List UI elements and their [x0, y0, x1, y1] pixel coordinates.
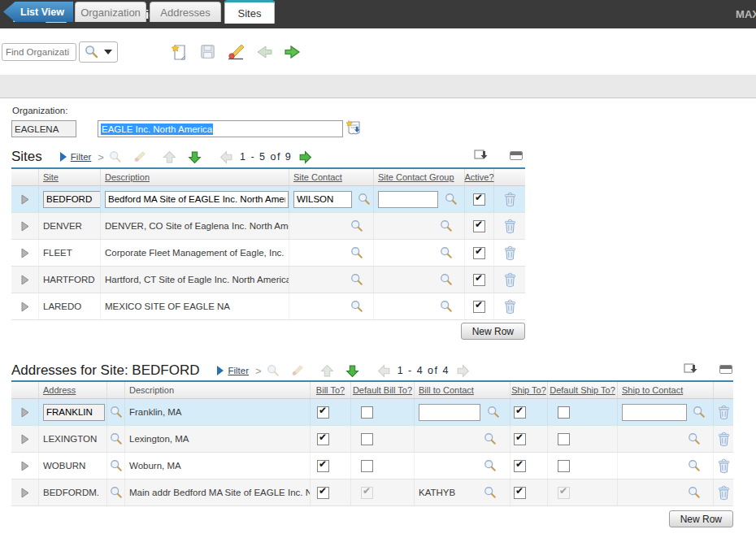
previous-record-button[interactable] [254, 41, 275, 63]
col-address[interactable]: Address [43, 385, 76, 395]
ship-to-contact-lookup-icon[interactable] [688, 486, 701, 499]
delete-row-icon[interactable] [503, 192, 517, 207]
addresses-download-icon[interactable] [684, 362, 698, 375]
bill-to-checkbox[interactable] [317, 406, 329, 419]
col-bill-to-contact[interactable]: Bill to Contact [419, 385, 474, 395]
address-lookup-icon[interactable] [110, 406, 123, 419]
site-contact-group-lookup-icon[interactable] [440, 300, 453, 313]
addresses-filter-link[interactable]: Filter [217, 366, 249, 375]
table-row[interactable]: LAREDO MEXICO SITE OF EAGLE NA [11, 293, 525, 320]
bill-to-contact-lookup-icon[interactable] [484, 486, 497, 499]
expand-row-icon[interactable] [21, 461, 29, 471]
default-ship-to-checkbox[interactable] [558, 433, 570, 445]
site-contact-group-lookup-icon[interactable] [440, 219, 453, 232]
col-default-bill-to[interactable]: Default Bill To? [353, 385, 412, 395]
save-button[interactable] [197, 41, 218, 63]
delete-row-icon[interactable] [717, 432, 731, 447]
site-contact-input[interactable] [293, 191, 352, 208]
table-row[interactable]: FLEET Corporate Fleet Management of Eagl… [11, 240, 525, 267]
previous-row-icon-disabled[interactable] [163, 150, 176, 164]
active-checkbox[interactable] [473, 220, 485, 232]
col-active[interactable]: Active? [464, 172, 493, 182]
active-checkbox[interactable] [473, 247, 485, 259]
delete-row-icon[interactable] [717, 458, 731, 474]
site-contact-lookup-icon[interactable] [358, 193, 371, 206]
bill-to-contact-lookup-icon[interactable] [484, 432, 497, 445]
active-checkbox[interactable] [473, 274, 485, 286]
address-lookup-icon[interactable] [110, 459, 123, 472]
site-contact-lookup-icon[interactable] [350, 246, 363, 259]
ship-to-checkbox[interactable] [514, 460, 526, 472]
bill-to-checkbox[interactable] [317, 460, 329, 472]
delete-row-icon[interactable] [503, 299, 517, 315]
col-site[interactable]: Site [43, 172, 59, 182]
organization-code-field[interactable]: EAGLENA [11, 120, 76, 137]
ship-to-contact-input[interactable] [622, 404, 687, 421]
ship-to-contact-lookup-icon[interactable] [688, 432, 701, 445]
expand-row-icon[interactable] [21, 194, 29, 205]
active-checkbox[interactable] [473, 193, 485, 206]
tab-sites[interactable]: Sites [224, 0, 275, 24]
delete-row-icon[interactable] [503, 272, 517, 288]
col-description[interactable]: Description [105, 172, 150, 182]
table-edit-icon-disabled[interactable] [291, 364, 304, 377]
find-input[interactable] [2, 43, 76, 61]
next-row-icon[interactable] [188, 150, 202, 164]
bill-to-checkbox[interactable] [317, 433, 329, 445]
col-site-contact-group[interactable]: Site Contact Group [378, 172, 454, 182]
ship-to-checkbox[interactable] [514, 406, 526, 419]
delete-row-icon[interactable] [717, 485, 731, 501]
table-edit-icon-disabled[interactable] [133, 150, 146, 163]
next-row-icon[interactable] [345, 364, 359, 378]
site-contact-lookup-icon[interactable] [350, 273, 363, 286]
expand-row-icon[interactable] [21, 275, 29, 285]
sites-download-icon[interactable] [474, 149, 489, 162]
bill-to-contact-lookup-icon[interactable] [487, 406, 500, 419]
bill-to-contact-input[interactable] [419, 404, 480, 421]
site-description-input[interactable] [105, 191, 289, 208]
col-default-ship-to[interactable]: Default Ship To? [550, 385, 615, 395]
expand-row-icon[interactable] [21, 248, 29, 258]
delete-row-icon[interactable] [503, 219, 517, 234]
col-ship-to[interactable]: Ship To? [511, 385, 546, 395]
expand-row-icon[interactable] [21, 488, 29, 498]
next-page-icon-disabled[interactable] [456, 364, 470, 378]
previous-page-icon-disabled[interactable] [377, 364, 391, 378]
address-lookup-icon[interactable] [110, 486, 123, 499]
default-bill-to-checkbox[interactable] [361, 460, 373, 472]
site-contact-group-lookup-icon[interactable] [445, 193, 458, 206]
site-input[interactable] [43, 191, 101, 208]
col-site-contact[interactable]: Site Contact [293, 172, 342, 182]
long-description-button[interactable] [345, 119, 363, 137]
default-bill-to-checkbox[interactable] [361, 433, 373, 445]
ship-to-checkbox[interactable] [514, 433, 526, 445]
col-ship-to-contact[interactable]: Ship to Contact [622, 385, 683, 395]
previous-page-icon-disabled[interactable] [219, 150, 233, 164]
default-ship-to-checkbox[interactable] [558, 406, 570, 419]
ship-to-contact-lookup-icon[interactable] [688, 459, 701, 472]
tab-organization[interactable]: Organization [75, 2, 146, 22]
table-row[interactable]: BEDFORDM. Main addr Bedford MA Site of E… [11, 479, 733, 506]
addresses-collapse-icon[interactable] [719, 365, 732, 374]
delete-row-icon[interactable] [717, 405, 731, 420]
table-row[interactable]: Franklin, MA [11, 399, 733, 426]
table-row[interactable]: HARTFORD Hartford, CT Site of Eagle Inc.… [11, 267, 525, 293]
new-record-button[interactable] [168, 41, 189, 63]
expand-row-icon[interactable] [21, 434, 29, 445]
expand-row-icon[interactable] [21, 407, 29, 418]
table-row[interactable]: DENVER DENVER, CO Site of Eaglena Inc. N… [11, 213, 525, 240]
default-bill-to-checkbox[interactable] [361, 406, 373, 419]
sites-collapse-icon[interactable] [510, 151, 523, 160]
bill-to-checkbox[interactable] [317, 487, 329, 499]
bill-to-contact-lookup-icon[interactable] [484, 459, 497, 472]
table-row[interactable]: WOBURN Woburn, MA [11, 453, 733, 479]
clear-changes-button[interactable] [225, 41, 246, 63]
col-bill-to[interactable]: Bill To? [316, 385, 345, 395]
site-contact-group-input[interactable] [378, 191, 438, 208]
sites-new-row-button[interactable]: New Row [461, 323, 525, 340]
site-contact-group-lookup-icon[interactable] [440, 273, 453, 286]
search-button[interactable] [79, 41, 118, 63]
delete-row-icon[interactable] [503, 245, 517, 261]
expand-row-icon[interactable] [21, 221, 29, 232]
previous-row-icon-disabled[interactable] [320, 364, 334, 378]
